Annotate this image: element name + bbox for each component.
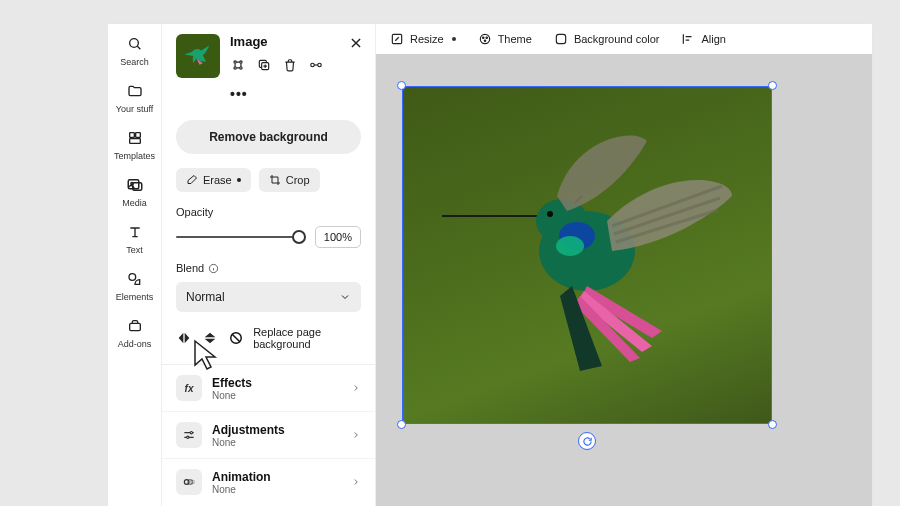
svg-point-13 <box>240 67 242 69</box>
rail-label: Templates <box>114 152 155 161</box>
svg-point-8 <box>129 274 136 281</box>
media-icon <box>125 175 145 195</box>
svg-point-16 <box>318 63 322 67</box>
replace-bg-button[interactable]: Replace page background <box>253 326 361 350</box>
rail-label: Elements <box>116 293 154 302</box>
svg-point-11 <box>240 61 242 63</box>
lock-icon[interactable] <box>308 57 324 73</box>
svg-line-1 <box>137 46 140 49</box>
selection-box <box>402 86 772 424</box>
folder-icon <box>125 81 145 101</box>
animation-icon <box>176 469 202 495</box>
section-title: Adjustments <box>212 423 341 437</box>
resize-handle-bl[interactable] <box>397 420 406 429</box>
properties-panel: Image ••• Remove background Erase <box>162 24 376 506</box>
addons-icon <box>125 316 145 336</box>
theme-button[interactable]: Theme <box>478 32 532 46</box>
svg-point-24 <box>482 37 483 38</box>
rail-media[interactable]: Media <box>108 175 161 208</box>
blend-select[interactable]: Normal <box>176 282 361 312</box>
svg-rect-2 <box>129 133 134 138</box>
section-sub: None <box>212 390 341 401</box>
rail-text[interactable]: Text <box>108 222 161 255</box>
svg-rect-4 <box>129 139 140 144</box>
rail-label: Search <box>120 58 149 67</box>
rail-your-stuff[interactable]: Your stuff <box>108 81 161 114</box>
erase-label: Erase <box>203 174 232 186</box>
resize-handle-tr[interactable] <box>768 81 777 90</box>
blend-value: Normal <box>186 290 225 304</box>
section-title: Effects <box>212 376 341 390</box>
section-animation[interactable]: Animation None <box>162 458 375 505</box>
opacity-slider[interactable] <box>176 236 305 238</box>
rail-label: Text <box>126 246 143 255</box>
chevron-right-icon <box>351 477 361 487</box>
svg-point-0 <box>129 39 138 48</box>
bgcolor-button[interactable]: Background color <box>554 32 660 46</box>
align-button[interactable]: Align <box>681 32 725 46</box>
theme-label: Theme <box>498 33 532 45</box>
rail-elements[interactable]: Elements <box>108 269 161 302</box>
opacity-label: Opacity <box>176 206 361 218</box>
search-icon <box>125 34 145 54</box>
info-icon[interactable] <box>208 263 219 274</box>
section-adjustments[interactable]: Adjustments None <box>162 411 375 458</box>
svg-point-23 <box>480 34 489 43</box>
svg-rect-27 <box>556 34 565 43</box>
chevron-right-icon <box>351 430 361 440</box>
delete-icon[interactable] <box>282 57 298 73</box>
templates-icon <box>125 128 145 148</box>
shapes-icon <box>125 269 145 289</box>
rail-label: Media <box>122 199 147 208</box>
bgcolor-label: Background color <box>574 33 660 45</box>
erase-button[interactable]: Erase <box>176 168 251 192</box>
svg-point-26 <box>484 40 485 41</box>
duplicate-icon[interactable] <box>256 57 272 73</box>
section-title: Animation <box>212 470 341 484</box>
svg-point-12 <box>234 67 236 69</box>
left-rail: Search Your stuff Templates Media Text <box>108 24 162 506</box>
rotate-handle[interactable] <box>578 432 596 450</box>
rail-label: Add-ons <box>118 340 152 349</box>
chevron-right-icon <box>351 383 361 393</box>
blend-label: Blend <box>176 262 204 274</box>
resize-handle-tl[interactable] <box>397 81 406 90</box>
crop-label: Crop <box>286 174 310 186</box>
rail-templates[interactable]: Templates <box>108 128 161 161</box>
replace-bg-icon <box>228 329 243 347</box>
ai-dot-icon <box>452 37 456 41</box>
canvas-area[interactable]: Resize Theme Background color Align <box>376 24 872 506</box>
flip-horizontal-icon[interactable] <box>176 329 192 347</box>
canvas-toolbar: Resize Theme Background color Align <box>376 24 872 54</box>
resize-button[interactable]: Resize <box>390 32 456 46</box>
align-label: Align <box>701 33 725 45</box>
resize-label: Resize <box>410 33 444 45</box>
section-sub: None <box>212 437 341 448</box>
crop-button[interactable]: Crop <box>259 168 320 192</box>
rail-search[interactable]: Search <box>108 34 161 67</box>
section-sub: None <box>212 484 341 495</box>
ungroup-icon[interactable] <box>230 57 246 73</box>
svg-rect-9 <box>129 323 140 330</box>
more-icon[interactable]: ••• <box>230 86 248 102</box>
rail-label: Your stuff <box>116 105 154 114</box>
opacity-value[interactable]: 100% <box>315 226 361 248</box>
panel-header: Image <box>176 34 361 78</box>
resize-handle-br[interactable] <box>768 420 777 429</box>
image-thumbnail[interactable] <box>176 34 220 78</box>
selected-image[interactable] <box>402 86 772 424</box>
chevron-down-icon <box>339 291 351 303</box>
svg-point-25 <box>486 37 487 38</box>
ai-dot-icon <box>237 178 241 182</box>
remove-background-button[interactable]: Remove background <box>176 120 361 154</box>
fx-icon: fx <box>176 375 202 401</box>
panel-title: Image <box>230 34 361 49</box>
svg-rect-3 <box>135 133 140 138</box>
rail-addons[interactable]: Add-ons <box>108 316 161 349</box>
svg-point-10 <box>234 61 236 63</box>
flip-vertical-icon[interactable] <box>202 329 218 347</box>
section-effects[interactable]: fx Effects None <box>162 365 375 411</box>
svg-point-15 <box>311 63 315 67</box>
text-icon <box>125 222 145 242</box>
close-icon[interactable] <box>349 36 363 50</box>
